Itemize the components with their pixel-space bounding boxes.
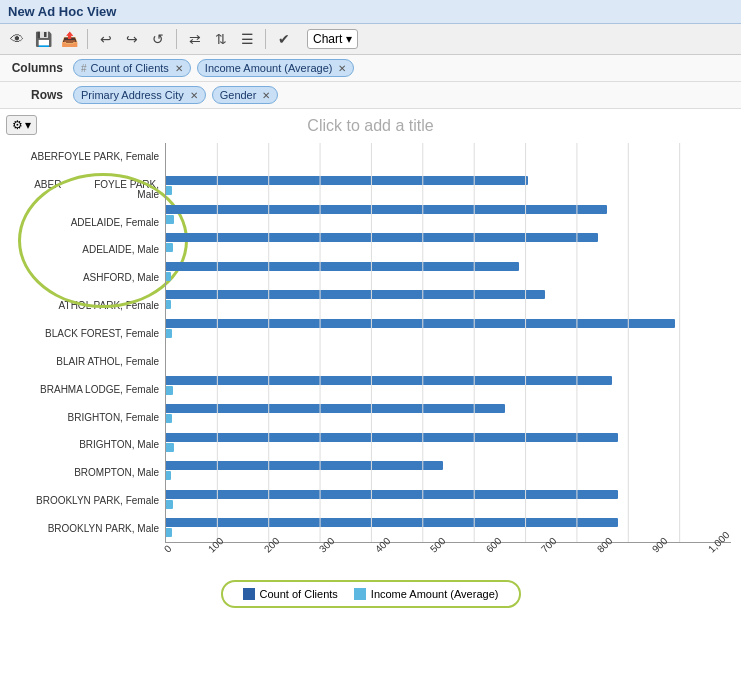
columns-label: Columns — [8, 61, 63, 75]
y-label-13: BROOKLYN PARK, Male — [10, 524, 159, 534]
export-icon[interactable]: 📤 — [58, 28, 80, 50]
rows-pill-gender[interactable]: Gender ✕ — [212, 86, 279, 104]
redo-icon[interactable]: ↪ — [121, 28, 143, 50]
y-label-11: BROMPTON, Male — [10, 468, 159, 478]
count-bar-12 — [166, 490, 618, 499]
bars-container — [165, 143, 731, 543]
income-bar-1 — [166, 186, 172, 195]
history-icon[interactable]: ↺ — [147, 28, 169, 50]
count-bar-13 — [166, 518, 618, 527]
y-label-8: BRAHMA LODGE, Female — [10, 385, 159, 395]
income-bar-4 — [166, 272, 171, 281]
save-icon[interactable]: 💾 — [32, 28, 54, 50]
y-label-12: BROOKLYN PARK, Female — [10, 496, 159, 506]
income-bar-9 — [166, 414, 172, 423]
rows-pill-city-label: Primary Address City — [81, 89, 184, 101]
undo-icon[interactable]: ↩ — [95, 28, 117, 50]
y-label-5: ATHOL PARK, Female — [10, 301, 159, 311]
settings-gear[interactable]: ⚙ ▾ — [6, 115, 37, 135]
toolbar: 👁 💾 📤 ↩ ↪ ↺ ⇄ ⇅ ☰ ✔ Chart ▾ — [0, 24, 741, 55]
chart-legend: Count of Clients Income Amount (Average) — [221, 580, 521, 608]
columns-pill-income-close[interactable]: ✕ — [338, 63, 346, 74]
y-label-6: BLACK FOREST, Female — [10, 329, 159, 339]
columns-row: Columns # Count of Clients ✕ Income Amou… — [0, 55, 741, 82]
y-label-7: BLAIR ATHOL, Female — [10, 357, 159, 367]
count-bar-4 — [166, 262, 519, 271]
count-bar-2 — [166, 205, 607, 214]
gear-dropdown-arrow: ▾ — [25, 118, 31, 132]
y-label-2: ADELAIDE, Female — [10, 218, 159, 228]
rows-pill-city-close[interactable]: ✕ — [190, 90, 198, 101]
bar-row-3 — [166, 232, 731, 253]
x-tick-0: 0 — [162, 543, 174, 555]
income-bar-2 — [166, 215, 174, 224]
count-bar-6 — [166, 319, 675, 328]
columns-pill-count-close[interactable]: ✕ — [175, 63, 183, 74]
bar-row-2 — [166, 204, 731, 225]
chart-type-dropdown[interactable]: Chart ▾ — [307, 29, 358, 49]
switch-icon[interactable]: ⇄ — [184, 28, 206, 50]
rows-pill-city[interactable]: Primary Address City ✕ — [73, 86, 206, 104]
sep3 — [265, 29, 266, 49]
bar-row-12 — [166, 489, 731, 510]
count-bar-9 — [166, 404, 505, 413]
y-label-1: ABERFOYLEFOYLE PARK, Male — [10, 180, 159, 200]
rows-row: Rows Primary Address City ✕ Gender ✕ — [0, 82, 741, 109]
bar-row-5 — [166, 289, 731, 310]
income-bar-6 — [166, 329, 172, 338]
legend-item-income: Income Amount (Average) — [354, 588, 499, 600]
table-icon[interactable]: ☰ — [236, 28, 258, 50]
count-bar-8 — [166, 376, 612, 385]
legend-item-count: Count of Clients — [243, 588, 338, 600]
bar-row-8 — [166, 375, 731, 396]
bar-row-4 — [166, 261, 731, 282]
income-bar-11 — [166, 471, 171, 480]
chart-area: ⚙ ▾ Click to add a title ABERFOYLE PARK,… — [0, 109, 741, 608]
eye-icon[interactable]: 👁 — [6, 28, 28, 50]
sep1 — [87, 29, 88, 49]
chart-title[interactable]: Click to add a title — [0, 117, 741, 135]
income-bar-13 — [166, 528, 172, 537]
app-title: New Ad Hoc View — [0, 0, 741, 24]
income-bar-3 — [166, 243, 173, 252]
income-bar-12 — [166, 500, 173, 509]
chart-type-label: Chart — [313, 32, 342, 46]
bar-row-10 — [166, 432, 731, 453]
bar-row-1 — [166, 175, 731, 196]
columns-pill-income[interactable]: Income Amount (Average) ✕ — [197, 59, 355, 77]
bar-row-11 — [166, 460, 731, 481]
income-bar-5 — [166, 300, 171, 309]
gear-icon: ⚙ — [12, 118, 23, 132]
count-bar-10 — [166, 433, 618, 442]
columns-pill-count-label: Count of Clients — [91, 62, 169, 74]
sep2 — [176, 29, 177, 49]
bar-row-6 — [166, 318, 731, 339]
y-label-3: ADELAIDE, Male — [10, 245, 159, 255]
legend-count-box — [243, 588, 255, 600]
check-icon[interactable]: ✔ — [273, 28, 295, 50]
columns-pill-income-label: Income Amount (Average) — [205, 62, 333, 74]
sort-icon[interactable]: ⇅ — [210, 28, 232, 50]
rows-pill-gender-close[interactable]: ✕ — [262, 90, 270, 101]
count-bar-1 — [166, 176, 528, 185]
columns-pill-count[interactable]: # Count of Clients ✕ — [73, 59, 191, 77]
hash-icon: # — [81, 63, 87, 74]
income-bar-8 — [166, 386, 173, 395]
y-axis-labels: ABERFOYLE PARK, Female ABERFOYLEFOYLE PA… — [10, 143, 165, 543]
y-label-0: ABERFOYLE PARK, Female — [10, 152, 159, 162]
legend-income-label: Income Amount (Average) — [371, 588, 499, 600]
count-bar-11 — [166, 461, 443, 470]
income-bar-10 — [166, 443, 174, 452]
bar-row-13 — [166, 517, 731, 538]
bar-row-7 — [166, 346, 731, 367]
rows-label: Rows — [8, 88, 63, 102]
rows-pill-gender-label: Gender — [220, 89, 257, 101]
y-label-10: BRIGHTON, Male — [10, 440, 159, 450]
y-label-4: ASHFORD, Male — [10, 273, 159, 283]
bar-row-9 — [166, 403, 731, 424]
x-axis-ticks: 0 100 200 300 400 500 600 700 800 900 1,… — [162, 543, 731, 576]
legend-count-label: Count of Clients — [260, 588, 338, 600]
count-bar-3 — [166, 233, 598, 242]
chevron-down-icon: ▾ — [346, 32, 352, 46]
y-label-9: BRIGHTON, Female — [10, 413, 159, 423]
